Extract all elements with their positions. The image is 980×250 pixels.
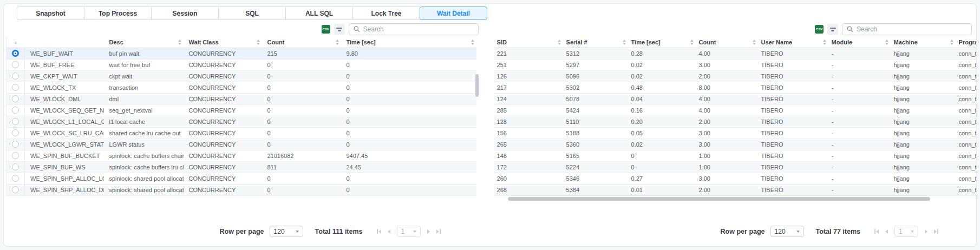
session-row[interactable]: 12450780.044.00TIBERO-hjjangconn_tpc_ [494,93,976,104]
session-row[interactable]: 21753020.488.00TIBERO-hjjangconn_tpc_ [494,82,976,93]
radio-button[interactable] [12,118,19,125]
radio-button[interactable] [12,61,19,68]
sort-icon[interactable] [885,40,888,45]
column-header-time-sec[interactable]: Time [sec] [628,37,696,48]
page-number-select[interactable]: 1 [894,226,918,237]
page-size-select[interactable]: 120 [270,226,303,237]
session-row[interactable]: 148516501.00TIBERO-hjjangconn_tpc_ [494,150,976,161]
column-header-program[interactable]: Program [956,37,976,48]
wait-event-row[interactable]: WE_WLOCK_SC_LRU_CACHE_OUTshared cache lr… [6,127,476,139]
column-header-wait-class[interactable]: Wait Class [184,37,262,48]
search-box[interactable] [349,23,479,35]
vertical-scrollbar-thumb[interactable] [475,74,479,97]
horizontal-scrollbar[interactable] [486,197,976,201]
page-number-select[interactable]: 1 [397,226,421,237]
radio-button[interactable] [12,186,19,193]
wait-event-row[interactable]: WE_WLOCK_SEQ_GET_NEXTVALseq_get_nextvalC… [6,104,476,116]
page-size-select[interactable]: 120 [770,226,804,237]
tab-session[interactable]: Session [151,6,219,20]
radio-button[interactable] [12,152,19,159]
session-row[interactable]: 12650960.022.00TIBERO-hjjangconn_tpc_ [494,70,976,82]
sort-icon[interactable] [336,40,339,45]
column-header-user-name[interactable]: User Name [758,37,828,48]
next-page-button[interactable] [427,229,430,234]
wait-event-row[interactable]: WE_WLOCK_L1_LOCAL_CACHEl1 local cacheCON… [6,116,476,127]
search-input[interactable] [363,25,474,33]
wait-event-row[interactable]: WE_WLOCK_DMLdmlCONCURRENCY00 [6,93,476,104]
sort-icon[interactable] [471,40,474,45]
tab-snapshot[interactable]: Snapshot [17,6,84,20]
wait-event-row[interactable]: WE_SPIN_BUF_BUCKETspinlock: cache buffer… [6,150,476,161]
sort-icon[interactable] [558,40,561,45]
tab-all-sql[interactable]: ALL SQL [285,6,353,20]
tab-top-process[interactable]: Top Process [84,6,152,20]
sort-icon[interactable] [178,40,181,45]
column-header-desc[interactable]: Desc [104,37,184,48]
wait-event-row[interactable]: WE_WLOCK_LGWR_STATUSLGWR statusCONCURREN… [6,139,476,150]
cell-machine: hjjang [891,70,956,82]
wait-event-row[interactable]: WE_WLOCK_TXtransactionCONCURRENCY00 [6,82,476,93]
session-row[interactable]: 25152970.023.00TIBERO-hjjangconn_tpc_ [494,59,976,70]
wait-event-row[interactable]: WE_CKPT_WAITckpt waitCONCURRENCY00 [6,70,476,82]
prev-page-button[interactable] [388,229,390,234]
radio-button[interactable] [12,95,19,102]
last-page-button[interactable] [934,229,938,234]
radio-button[interactable] [12,175,19,182]
session-row[interactable]: 12851100.202.00TIBERO-hjjangconn_tpc_ [494,116,976,127]
search-input[interactable] [857,25,967,33]
last-page-button[interactable] [436,229,441,234]
export-csv-button[interactable]: CSV [322,25,330,34]
session-row[interactable]: 172522401.00TIBERO-hjjangconn_tpc_ [494,161,976,173]
wait-event-row[interactable]: WE_BUF_WAITbuf pin waitCONCURRENCY2159.8… [6,48,476,59]
column-header-count[interactable]: Count [696,37,758,48]
horizontal-scrollbar-thumb[interactable] [508,197,930,201]
search-box[interactable] [842,23,972,35]
radio-button[interactable] [12,107,19,114]
column-header-serial[interactable]: Serial # [563,37,628,48]
session-row[interactable]: 26053460.273.00TIBERO-hjjangconn_tpc_ [494,173,976,184]
session-row[interactable]: 26553600.023.00TIBERO-hjjangconn_tpc_ [494,139,976,150]
cell-name: WE_WLOCK_LGWR_STATUS [25,139,104,150]
prev-page-button[interactable] [885,229,888,234]
sort-icon[interactable] [950,40,953,45]
radio-button[interactable] [12,141,19,148]
sort-icon[interactable] [823,40,826,45]
sort-icon[interactable] [623,40,626,45]
session-row[interactable]: 15651880.053.00TIBERO-hjjangconn_tpc_ [494,127,976,139]
radio-button[interactable] [12,163,19,170]
column-header-count[interactable]: Count [262,37,341,48]
sort-icon[interactable] [753,40,756,45]
wait-event-row[interactable]: WE_SPIN_SHP_ALLOC_DDspinlock: shared poo… [6,184,476,195]
session-row[interactable]: 28554240.164.00TIBERO-hjjangconn_tpc_ [494,104,976,116]
column-header-machine[interactable]: Machine [891,37,956,48]
cell-count: 21016082 [262,150,341,161]
sessions-table-wrap: SIDSerial #Time [sec]CountUser NameModul… [486,37,976,196]
export-csv-button[interactable]: CSV [815,25,824,34]
radio-button[interactable] [12,129,19,136]
tab-wait-detail[interactable]: Wait Detail [420,6,487,20]
sessions-panel: CSV SIDSerial #Time [sec]Count [486,21,976,241]
vertical-scrollbar[interactable] [475,48,479,195]
next-page-button[interactable] [925,229,927,234]
session-row[interactable]: 26853840.012.00TIBERO-hjjangconn_tpc_ [494,184,976,195]
filter-button[interactable] [334,24,345,35]
cell-program: conn_tpc_ [956,139,976,150]
wait-event-row[interactable]: WE_BUF_FREEwait for free bufCONCURRENCY0… [6,59,476,70]
column-header-module[interactable]: Module [828,37,891,48]
column-header-sid[interactable]: SID [494,37,563,48]
wait-event-row[interactable]: WE_SPIN_SHP_ALLOC_LCspinlock: shared poo… [6,173,476,184]
wait-event-row[interactable]: WE_SPIN_BUF_WSspinlock: cache buffers lr… [6,161,476,173]
cell-name: WE_BUF_FREE [25,59,104,70]
radio-button[interactable] [12,50,19,57]
radio-button[interactable] [12,73,19,80]
column-header-time-sec[interactable]: Time [sec] [341,37,476,48]
radio-button[interactable] [12,84,19,91]
session-row[interactable]: 22153120.284.00TIBERO-hjjangconn_tpc_ [494,48,976,59]
first-page-button[interactable] [874,229,879,234]
tab-lock-tree[interactable]: Lock Tree [352,6,420,20]
filter-button[interactable] [827,24,838,35]
sort-icon[interactable] [257,40,260,45]
first-page-button[interactable] [377,229,381,234]
tab-sql[interactable]: SQL [218,6,286,20]
sort-icon[interactable] [690,40,694,45]
